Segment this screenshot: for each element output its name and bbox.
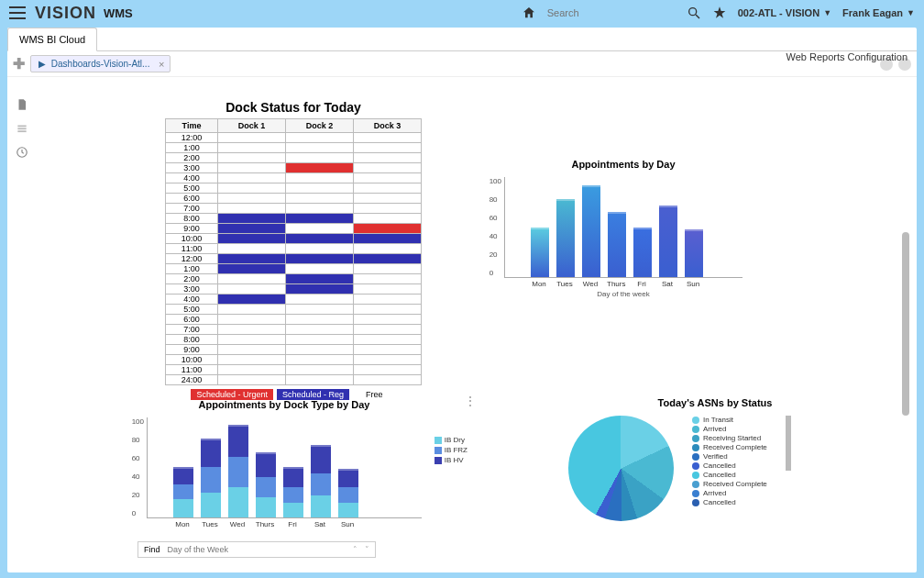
search-icon[interactable] [687,6,701,20]
close-tab-icon[interactable]: × [159,59,164,70]
table-cell [353,315,421,325]
table-row: 6:00 [166,315,422,325]
table-cell [218,335,286,345]
table-cell: 9:00 [166,224,218,234]
table-cell [353,345,421,355]
table-cell [353,173,421,183]
table-cell [218,274,286,284]
x-axis-label: Day of the week [504,290,742,298]
star-icon[interactable] [712,6,727,20]
content-scrollbar[interactable] [902,232,909,416]
table-row: 2:00 [166,153,422,163]
location-select[interactable]: 002-ATL - VISION▼ [738,7,831,18]
table-cell [218,295,286,305]
find-bar: Find ˄ ˅ [138,541,376,558]
find-prev-icon[interactable]: ˄ [353,545,358,554]
legend-scrollbar[interactable] [786,416,791,471]
table-cell [286,305,354,315]
legend-item: Received Complete [692,443,767,451]
table-cell [353,254,421,264]
table-cell [218,153,286,163]
home-icon[interactable] [522,6,536,20]
table-cell [353,143,421,153]
table-row: 10:00 [166,355,422,365]
table-cell [218,305,286,315]
chart-menu-icon[interactable]: ⋮ [464,394,477,408]
table-cell [353,224,421,234]
table-cell [218,143,286,153]
table-cell: 8:00 [166,335,218,345]
table-cell [286,224,354,234]
table-cell: 1:00 [166,264,218,274]
table-cell [286,133,354,143]
clock-icon[interactable] [16,146,28,159]
table-row: 7:00 [166,204,422,214]
table-cell [353,355,421,365]
table-cell [286,194,354,204]
table-cell: 6:00 [166,194,218,204]
table-cell: 1:00 [166,143,218,153]
breadcrumb-tab[interactable]: ▶ Dashboards-Vision-Atl... × [30,55,170,72]
table-cell [353,325,421,335]
table-cell: 12:00 [166,133,218,143]
app-name: WMS [104,6,133,20]
logo: VISION [35,4,96,23]
table-cell: 12:00 [166,254,218,264]
add-tab-button[interactable]: ✚ [13,55,25,72]
table-cell [286,365,354,375]
table-cell [218,284,286,295]
stacked-bar [201,439,221,517]
table-cell: 5:00 [166,305,218,315]
legend-item: IB FRZ [445,446,468,454]
table-row: 11:00 [166,244,422,254]
layers-icon[interactable] [16,122,28,135]
stacked-bar [173,467,193,517]
table-cell [286,335,354,345]
table-cell [218,315,286,325]
table-cell [286,295,354,305]
table-cell [218,194,286,204]
page-icon[interactable] [16,98,28,111]
table-cell [353,163,421,173]
table-cell [218,173,286,183]
find-input[interactable] [168,545,346,554]
table-row: 8:00 [166,214,422,224]
bar [659,206,677,277]
stacked-bar [338,469,358,517]
table-row: 7:00 [166,325,422,335]
table-cell [218,375,286,385]
stacked-bar [283,467,303,517]
table-cell [353,244,421,254]
bar [633,228,652,278]
table-cell [218,133,286,143]
appointments-by-day-chart: Appointments by Day 100806040200 MonTues… [504,159,742,298]
table-cell [286,375,354,385]
tab-wms-bi-cloud[interactable]: WMS BI Cloud [7,28,97,51]
table-header: Dock 2 [286,119,354,133]
table-cell [218,204,286,214]
table-cell [286,163,354,173]
web-reports-config-link[interactable]: Web Reports Configuration [786,51,908,62]
table-cell [286,183,354,194]
asn-legend: In TransitArrivedReceiving StartedReceiv… [692,416,767,506]
table-header: Dock 3 [353,119,421,133]
table-cell [218,163,286,173]
username-label: Frank Eagan [842,7,903,18]
table-cell: 10:00 [166,355,218,365]
table-cell [218,234,286,244]
table-cell [353,335,421,345]
table-cell: 6:00 [166,315,218,325]
table-cell [286,204,354,214]
table-cell [218,365,286,375]
table-cell [286,153,354,163]
find-next-icon[interactable]: ˅ [365,545,369,554]
menu-icon[interactable] [9,6,26,19]
table-cell [353,234,421,244]
table-cell [286,315,354,325]
user-menu[interactable]: Frank Eagan▼ [842,7,915,18]
search-input[interactable] [547,7,676,18]
table-row: 3:00 [166,163,422,173]
table-cell [286,173,354,183]
chart-title: Appointments by Dock Type by Day [147,399,422,410]
table-row: 4:00 [166,173,422,183]
